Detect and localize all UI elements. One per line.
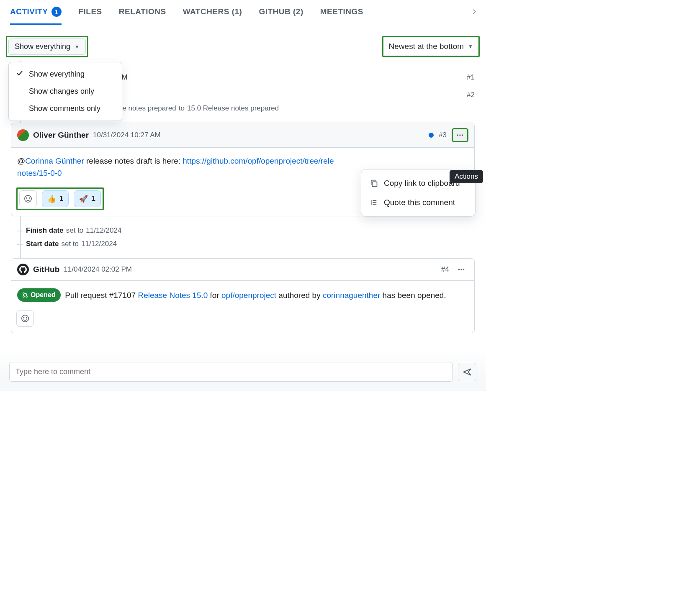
add-reaction-button[interactable]	[19, 190, 37, 207]
comment-text: release notes draft is here:	[84, 157, 183, 165]
change-value: 11/12/2024	[81, 240, 117, 248]
send-icon	[463, 368, 471, 376]
svg-point-6	[458, 269, 460, 270]
reaction-thumbsup[interactable]: 👍 1	[42, 190, 69, 207]
comment-header: GitHub 11/04/2024 02:02 PM #4	[11, 259, 474, 281]
svg-point-10	[23, 296, 25, 298]
comment-input[interactable]	[9, 362, 453, 382]
svg-point-4	[26, 198, 27, 198]
tab-github[interactable]: GITHUB (2)	[259, 0, 303, 25]
comment-author[interactable]: Oliver Günther	[33, 131, 89, 140]
author-link[interactable]: corinnaguenther	[323, 291, 380, 300]
comment-link[interactable]: https://github.com/opf/openproject/tree/…	[183, 157, 334, 165]
comment-anchor[interactable]: #4	[441, 265, 449, 274]
highlight-actions	[452, 128, 468, 142]
reactions-bar	[11, 308, 474, 333]
filter-dropdown-label: Show everything	[15, 42, 70, 51]
highlight-reactions: 👍 1 🚀 1	[16, 187, 104, 210]
pr-link[interactable]: Release Notes 15.0	[138, 291, 208, 300]
filter-option-label: Show comments only	[29, 104, 100, 113]
tabs-bar: ACTIVITY 1 FILES RELATIONS WATCHERS (1) …	[0, 0, 486, 25]
filter-option-label: Show everything	[29, 70, 85, 79]
filter-option-everything[interactable]: Show everything	[9, 66, 122, 83]
field-name: Start date	[26, 240, 59, 248]
svg-point-12	[22, 315, 28, 322]
rocket-icon: 🚀	[79, 195, 88, 203]
comment-text: has been opened.	[380, 291, 446, 300]
svg-point-5	[29, 198, 30, 198]
comment-author[interactable]: GitHub	[33, 265, 59, 274]
svg-point-7	[460, 269, 462, 270]
tab-meetings[interactable]: MEETINGS	[320, 0, 363, 25]
change-verb: set to	[61, 240, 79, 248]
at-sign: @	[17, 157, 25, 165]
tab-activity-label: ACTIVITY	[10, 7, 48, 16]
svg-point-1	[459, 134, 460, 136]
filter-option-comments[interactable]: Show comments only	[9, 100, 122, 117]
svg-point-2	[462, 134, 463, 136]
git-pull-request-icon	[22, 292, 28, 298]
github-avatar-icon	[17, 264, 29, 275]
comment-timestamp: 10/31/2024 10:27 AM	[93, 131, 161, 139]
sort-dropdown-label: Newest at the bottom	[389, 42, 464, 51]
activity-anchor[interactable]: #1	[467, 73, 475, 82]
comment-timestamp: 11/04/2024 02:02 PM	[64, 265, 132, 274]
add-reaction-button[interactable]	[16, 310, 34, 327]
highlight-sort: Newest at the bottom ▼	[382, 36, 480, 57]
copy-icon	[370, 179, 378, 187]
field-name: Finish date	[26, 226, 64, 235]
svg-point-14	[26, 317, 27, 318]
change-to: 15.0 Release notes prepared	[187, 104, 279, 113]
svg-point-13	[23, 317, 24, 318]
caret-down-icon: ▼	[468, 44, 473, 49]
mention-link[interactable]: Corinna Günther	[25, 157, 84, 165]
reaction-count: 1	[91, 195, 95, 203]
action-quote-comment[interactable]: Quote this comment	[361, 193, 475, 212]
thumbsup-icon: 👍	[47, 195, 56, 203]
repo-link[interactable]: opf/openproject	[221, 291, 276, 300]
comment-text: for	[208, 291, 221, 300]
comment-actions-button[interactable]	[453, 129, 467, 141]
svg-point-9	[23, 293, 25, 295]
sort-dropdown[interactable]: Newest at the bottom ▼	[385, 38, 477, 54]
comment-text: authored by	[276, 291, 323, 300]
comment-card-4: GitHub 11/04/2024 02:02 PM #4 Opened Pul…	[11, 258, 475, 333]
avatar	[17, 129, 29, 141]
tab-activity[interactable]: ACTIVITY 1	[10, 0, 62, 25]
comment-body: Opened Pull request #17107 Release Notes…	[11, 281, 474, 308]
activity-anchor[interactable]: #2	[467, 91, 475, 99]
svg-point-11	[26, 296, 28, 298]
activity-change-finish-date: Finish date set to 11/12/2024	[21, 224, 475, 237]
pr-status-badge: Opened	[17, 288, 61, 302]
filter-dropdown[interactable]: Show everything ▼	[8, 38, 86, 55]
action-label: Copy link to clipboard	[384, 179, 460, 188]
actions-tooltip: Actions	[450, 170, 483, 183]
filter-menu: Show everything Show changes only Show c…	[8, 62, 122, 121]
comment-actions-button[interactable]	[454, 264, 468, 275]
send-comment-button[interactable]	[458, 363, 476, 381]
tab-activity-badge: 1	[51, 7, 62, 17]
tab-files[interactable]: FILES	[78, 0, 102, 25]
activity-change-start-date: Start date set to 11/12/2024	[21, 237, 475, 251]
tabs-scroll-right-icon[interactable]	[471, 8, 477, 17]
comment-anchor[interactable]: #3	[439, 131, 447, 139]
highlight-filter: Show everything ▼	[6, 36, 88, 57]
reaction-rocket[interactable]: 🚀 1	[74, 190, 100, 207]
filter-option-changes[interactable]: Show changes only	[9, 83, 122, 100]
svg-rect-15	[372, 182, 377, 186]
svg-point-0	[457, 134, 458, 136]
comment-link-wrap[interactable]: notes/15-0-0	[17, 169, 62, 177]
change-verb: set to	[66, 226, 84, 235]
filter-option-label: Show changes only	[29, 87, 94, 96]
tab-watchers[interactable]: WATCHERS (1)	[183, 0, 242, 25]
change-value: 11/12/2024	[86, 226, 121, 235]
unread-indicator-icon	[429, 133, 434, 138]
comment-text: Pull request #17107	[65, 291, 138, 300]
comment-bar	[9, 362, 476, 382]
comment-header: Oliver Günther 10/31/2024 10:27 AM #3	[11, 123, 474, 148]
change-to-word: to	[179, 104, 185, 113]
svg-point-8	[463, 269, 464, 270]
tab-relations[interactable]: RELATIONS	[119, 0, 166, 25]
svg-point-3	[25, 195, 31, 202]
activity-toolbar: Show everything ▼ Newest at the bottom ▼	[0, 25, 486, 57]
